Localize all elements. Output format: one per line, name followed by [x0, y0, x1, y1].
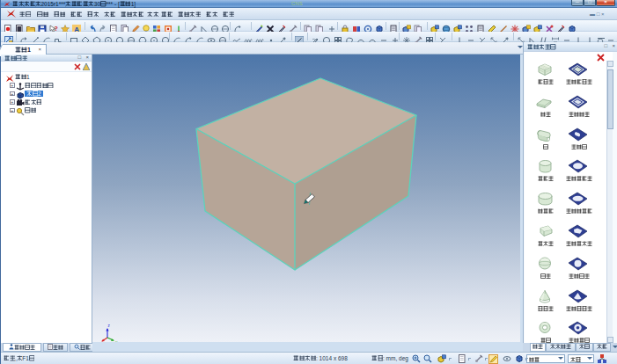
svg-text:z: z [108, 324, 111, 328]
svg-text:?: ? [55, 25, 58, 32]
